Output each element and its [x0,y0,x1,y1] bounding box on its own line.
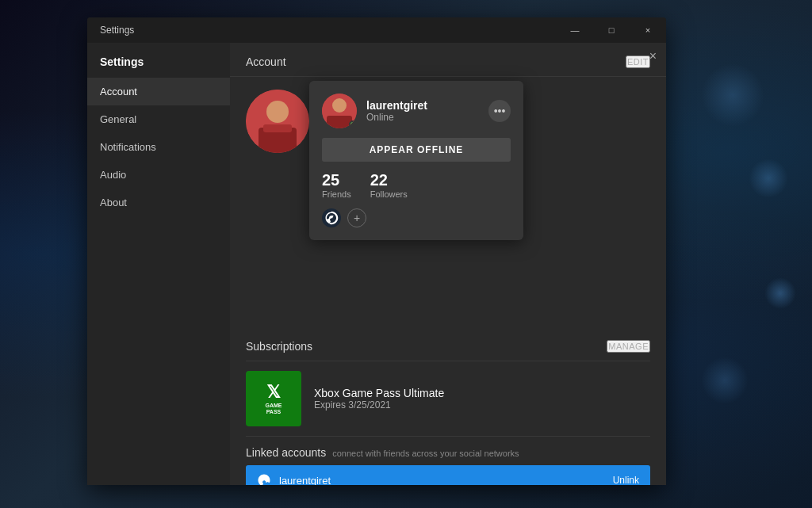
linked-header: Linked accounts connect with friends acr… [246,436,650,465]
friends-label: Friends [322,189,351,199]
gamepass-x-icon: 𝕏 [266,382,281,403]
subscription-info: Xbox Game Pass Ultimate Expires 3/25/202… [314,387,444,411]
edit-button[interactable]: EDIT [626,55,650,68]
window-title: Settings [100,25,134,36]
profile-info: laurentgiret Online [366,99,427,123]
profile-popup-header: laurentgiret Online ••• [322,94,511,128]
svg-point-1 [266,101,289,123]
subscription-card: 𝕏 GAMEPASS Xbox Game Pass Ultimate Expir… [246,361,650,436]
friends-count: 25 [322,171,351,189]
unlink-button[interactable]: Unlink [613,475,639,485]
stats-row: 25 Friends 22 Followers [322,171,511,199]
subscriptions-title: Subscriptions [246,340,312,353]
avatar-svg [246,90,309,153]
appear-offline-button[interactable]: APPEAR OFFLINE [322,138,511,162]
subscription-name: Xbox Game Pass Ultimate [314,387,444,399]
followers-stat: 22 Followers [370,171,408,199]
gamepass-text: GAMEPASS [266,403,282,416]
linked-username: laurentgiret [279,475,331,486]
add-account-icon[interactable]: + [347,208,366,227]
followers-label: Followers [370,189,408,199]
sidebar-header: Settings [87,49,230,78]
linked-accounts-title: Linked accounts [246,446,326,459]
sidebar-item-account[interactable]: Account [87,78,230,105]
profile-username: laurentgiret [366,99,427,112]
linked-accounts-subtitle: connect with friends across your social … [332,449,519,458]
steam-linked-icon [257,473,271,485]
more-options-button[interactable]: ••• [488,100,511,122]
account-section-title: Account [246,55,286,68]
minimize-button[interactable]: — [557,17,593,43]
close-button[interactable]: × [630,17,666,43]
account-section-header: Account EDIT [230,43,666,77]
sidebar-item-about[interactable]: About [87,189,230,216]
sidebar-item-general[interactable]: General [87,105,230,133]
manage-button[interactable]: MANAGE [607,340,650,353]
gamepass-logo: 𝕏 GAMEPASS [246,371,301,426]
linked-account-row: laurentgiret Unlink [246,465,650,485]
profile-popup: laurentgiret Online ••• APPEAR OFFLINE 2… [309,81,523,240]
online-indicator [349,120,357,128]
followers-count: 22 [370,171,408,189]
steam-logo-svg [324,211,339,225]
content-close-button[interactable]: × [649,49,657,63]
svg-rect-3 [263,124,292,132]
linked-row-left: laurentgiret [257,473,331,485]
window-controls: — □ × [557,17,666,43]
content-area: Account EDIT × [230,43,666,485]
linked-accounts-section: Linked accounts connect with friends acr… [230,436,666,485]
svg-rect-6 [327,116,352,128]
titlebar: Settings — □ × [87,17,666,43]
main-content: Settings Account General Notifications A… [87,43,666,485]
steam-icon[interactable] [322,208,341,227]
svg-point-5 [332,98,347,113]
sidebar: Settings Account General Notifications A… [87,43,230,485]
sidebar-item-audio[interactable]: Audio [87,161,230,189]
account-avatar [246,90,309,153]
profile-status: Online [366,112,427,123]
friends-stat: 25 Friends [322,171,351,199]
social-icons: + [322,208,511,227]
sidebar-item-notifications[interactable]: Notifications [87,133,230,161]
profile-avatar-small [322,94,357,128]
subscriptions-header: Subscriptions MANAGE [246,327,650,361]
subscriptions-wrapper: Subscriptions MANAGE 𝕏 GAMEPASS Xbox Gam… [230,327,666,436]
maximize-button[interactable]: □ [593,17,630,43]
subscription-expires: Expires 3/25/2021 [314,399,444,411]
settings-window: Settings — □ × Settings Account General … [87,17,666,485]
